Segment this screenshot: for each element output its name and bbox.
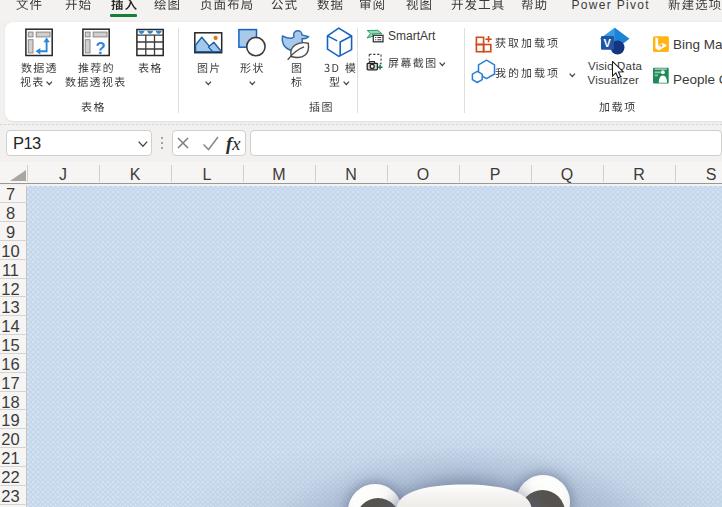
svg-text:V: V	[603, 37, 611, 49]
svg-text:?: ?	[95, 39, 105, 57]
